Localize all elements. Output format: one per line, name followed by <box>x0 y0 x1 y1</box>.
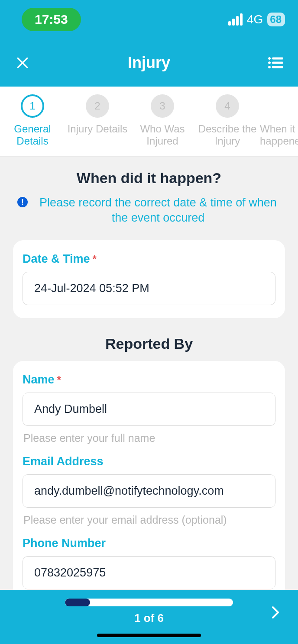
reported-by-card: Name* Please enter your full name Email … <box>13 361 285 598</box>
date-time-field: Date & Time* <box>23 252 275 305</box>
list-icon <box>268 56 283 69</box>
stepper: 1 General Details 2 Injury Details 3 Who… <box>0 87 298 157</box>
footer-bar: 1 of 6 <box>0 590 298 644</box>
close-button[interactable] <box>13 53 32 72</box>
home-indicator <box>97 634 201 637</box>
step-label: General Details <box>0 123 65 147</box>
step-injury-details[interactable]: 2 Injury Details <box>65 94 130 147</box>
email-label: Email Address <box>23 455 275 468</box>
page-title: Injury <box>128 54 170 72</box>
step-number: 4 <box>216 94 239 118</box>
step-label: Describe the Injury <box>195 123 260 147</box>
section-heading-reported-by: Reported By <box>0 335 298 352</box>
info-icon: ! <box>17 197 28 207</box>
email-input[interactable] <box>23 474 275 508</box>
menu-button[interactable] <box>266 53 285 72</box>
date-time-label: Date & Time* <box>23 252 275 266</box>
email-field: Email Address Please enter your email ad… <box>23 455 275 526</box>
step-number: 3 <box>151 94 174 118</box>
name-field: Name* Please enter your full name <box>23 373 275 444</box>
next-button[interactable] <box>270 604 281 623</box>
app-header: Injury <box>0 39 298 87</box>
step-describe-injury[interactable]: 4 Describe the Injury <box>195 94 260 147</box>
signal-icon <box>228 13 243 26</box>
step-label: When it happened <box>260 123 298 147</box>
phone-label: Phone Number <box>23 537 275 550</box>
step-who-was-injured[interactable]: 3 Who Was Injured <box>130 94 195 147</box>
progress-bar <box>65 599 233 606</box>
svg-point-4 <box>269 62 271 64</box>
page-indicator: 1 of 6 <box>13 612 285 625</box>
step-label: Injury Details <box>68 123 128 135</box>
status-bar: 17:53 4G 68 <box>0 0 298 39</box>
svg-rect-3 <box>272 58 283 59</box>
progress-fill <box>65 599 90 606</box>
svg-rect-7 <box>272 66 283 68</box>
chevron-right-icon <box>270 604 281 621</box>
svg-point-6 <box>269 66 271 68</box>
email-helper: Please enter your email address (optiona… <box>23 514 275 526</box>
step-number: 1 <box>21 94 44 118</box>
date-time-input[interactable] <box>23 272 275 305</box>
phone-input[interactable] <box>23 556 275 589</box>
svg-rect-5 <box>272 62 283 64</box>
battery-icon: 68 <box>267 13 285 26</box>
name-label: Name* <box>23 373 275 386</box>
step-general-details[interactable]: 1 General Details <box>0 94 65 147</box>
svg-point-2 <box>269 58 271 60</box>
phone-field: Phone Number <box>23 537 275 589</box>
name-input[interactable] <box>23 393 275 426</box>
info-text: Please record the correct date & time of… <box>36 195 281 225</box>
step-number: 2 <box>86 94 109 118</box>
content-area: When did it happen? ! Please record the … <box>0 157 298 598</box>
step-when-happened[interactable]: When it happened <box>260 94 298 147</box>
status-right: 4G 68 <box>228 13 285 26</box>
name-helper: Please enter your full name <box>23 432 275 444</box>
section-heading-when: When did it happen? <box>0 170 298 187</box>
step-label: Who Was Injured <box>130 123 195 147</box>
date-time-card: Date & Time* <box>13 240 285 318</box>
status-time: 17:53 <box>22 8 81 31</box>
close-icon <box>16 56 29 70</box>
network-label: 4G <box>247 13 263 26</box>
info-row: ! Please record the correct date & time … <box>0 195 298 225</box>
